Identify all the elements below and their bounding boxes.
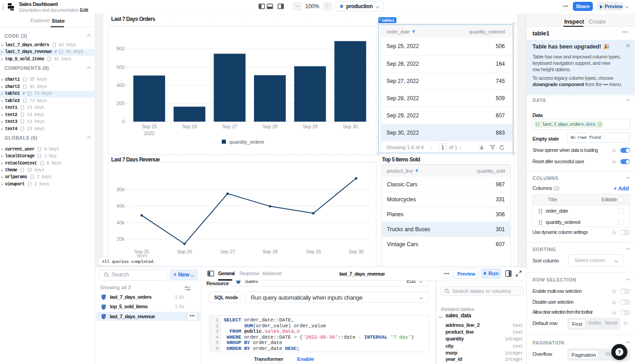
svg-text:Sep 28: Sep 28 (263, 249, 278, 254)
svg-text:Sep 29: Sep 29 (306, 249, 321, 254)
svg-text:Sep 28: Sep 28 (262, 124, 277, 129)
svg-text:20k: 20k (117, 236, 125, 242)
svg-text:200: 200 (117, 101, 125, 106)
svg-text:Sep 30: Sep 30 (349, 249, 364, 254)
svg-text:60k: 60k (117, 203, 125, 209)
svg-text:40k: 40k (117, 220, 125, 225)
svg-text:80k: 80k (117, 187, 125, 192)
svg-text:Sep 27: Sep 27 (222, 124, 237, 129)
svg-text:0: 0 (122, 119, 125, 124)
svg-text:Sep 30: Sep 30 (343, 124, 358, 129)
svg-text:?: ? (618, 349, 621, 355)
svg-text:quantity_ordere: quantity_ordere (230, 139, 264, 145)
svg-text:Sep 27: Sep 27 (220, 249, 235, 254)
svg-text:Sep 29: Sep 29 (303, 124, 318, 129)
svg-text:800: 800 (117, 46, 125, 51)
svg-text:600: 600 (117, 64, 125, 70)
svg-text:Sep 26: Sep 26 (182, 124, 197, 129)
svg-text:Sep 26: Sep 26 (177, 249, 192, 254)
svg-text:2022: 2022 (144, 131, 154, 136)
svg-text:400: 400 (117, 83, 125, 88)
svg-text:Sep 25: Sep 25 (142, 124, 156, 129)
